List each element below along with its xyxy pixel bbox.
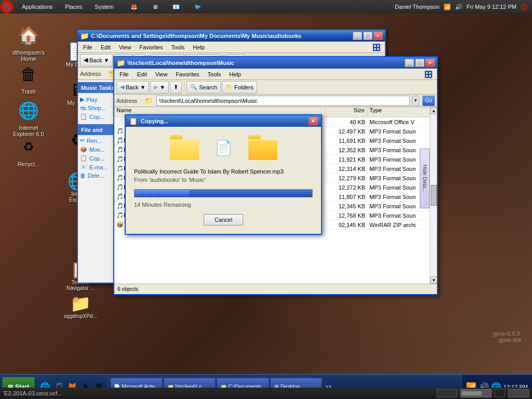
music-back-btn[interactable]: ◀ Back ▼ — [116, 81, 149, 94]
scroll-down[interactable]: ▼ — [430, 276, 437, 284]
topbar-icon-terminal[interactable]: 🖥 — [146, 4, 164, 10]
copy-dialog-title: Copying... — [141, 118, 168, 124]
progress-bar-fill — [135, 190, 312, 197]
music-titlebar[interactable]: 📁 \\tsclient\Local\home\dthompson\Music … — [114, 57, 437, 69]
hide-details-btn[interactable]: Hide Deta... — [420, 149, 430, 208]
music-menu-view[interactable]: View — [152, 70, 171, 78]
topbar-icon-network[interactable]: 🐦 — [188, 4, 208, 10]
topbar-icon-firefox[interactable]: 🦊 — [124, 4, 144, 10]
bottom-tray — [436, 389, 529, 397]
top-menubar-left: 🐾 Applications Places System 🦊 🖥 📧 🐦 — [0, 0, 208, 14]
tray-indicator2 — [460, 389, 491, 397]
progress-block-7 — [182, 190, 189, 196]
music-menu-tools[interactable]: Tools — [205, 70, 224, 78]
copy-from-to: From 'audiobooks' to 'Music' — [134, 177, 313, 183]
menu-system[interactable]: System — [88, 0, 120, 14]
progress-block-3 — [151, 190, 158, 196]
music-menu-favorites[interactable]: Favorites — [172, 70, 202, 78]
topbar-username: Daniel Thompson — [395, 4, 440, 10]
scroll-thumb[interactable] — [431, 185, 437, 206]
music-close-btn[interactable]: ✕ — [425, 59, 435, 67]
copy-dialog-titlebar[interactable]: 📋 Copying... ✕ — [126, 115, 321, 127]
cancel-button[interactable]: Cancel — [204, 214, 243, 225]
menu-places[interactable]: Places — [59, 0, 88, 14]
music-minimize-btn[interactable]: _ — [405, 59, 414, 67]
topbar-volume-icon: 🔊 — [455, 4, 462, 10]
desktop-icon-home[interactable]: 🏠 dthompson'sHome — [8, 21, 49, 64]
dest-folder-body — [248, 140, 277, 160]
copy-dialog-body: 📄 Politically Incorrect Guide To Islam B… — [126, 127, 321, 234]
topbar-signal-icon: 📶 — [444, 4, 451, 10]
top-menubar-right: Daniel Thompson 📶 🔊 Fri May 9 12:12 PM ⏻ — [395, 3, 532, 11]
home-icon: 🏠 — [16, 23, 41, 48]
trash-icon: 🗑 — [16, 62, 41, 87]
copy-icon: 📋 — [129, 117, 138, 125]
music-windows-logo: ⊞ — [424, 68, 435, 81]
music-col-size: Size — [326, 107, 367, 117]
doc-icon: 📄 — [116, 118, 124, 125]
music-col-type: Type — [367, 107, 430, 117]
app-logo: 🐾 — [0, 0, 14, 14]
music-back-icon: ◀ — [120, 84, 124, 90]
windows-logo: ⊞ — [372, 41, 383, 54]
progress-block-5 — [166, 190, 174, 196]
copy-time-remaining: 14 Minutes Remaining — [134, 202, 313, 208]
music-address-label: Address — [116, 98, 142, 104]
tray-indicator4 — [508, 389, 529, 397]
menu-help[interactable]: Help — [190, 43, 208, 51]
audiobooks-maximize-btn[interactable]: □ — [363, 32, 373, 40]
copy-animation: 📄 — [134, 135, 313, 160]
music-menu-edit[interactable]: Edit — [134, 70, 150, 78]
dest-folder — [248, 135, 277, 160]
tray-indicator3 — [495, 389, 505, 397]
menu-view[interactable]: View — [116, 43, 135, 51]
top-menubar: 🐾 Applications Places System 🦊 🖥 📧 🐦 Dan… — [0, 0, 532, 14]
menu-edit[interactable]: Edit — [98, 43, 114, 51]
music-up-btn[interactable]: ⬆ — [170, 81, 182, 94]
play-icon: ▶ — [80, 96, 84, 103]
audiobooks-minimize-btn[interactable]: _ — [353, 32, 362, 40]
menu-favorites[interactable]: Favorites — [136, 43, 166, 51]
address-label: Address — [80, 71, 106, 77]
trash-label: Trash — [21, 88, 36, 95]
music-menu-file[interactable]: File — [116, 70, 132, 78]
back-icon: ◀ — [84, 57, 88, 63]
menu-file[interactable]: File — [80, 43, 96, 51]
flying-document: 📄 — [215, 139, 233, 156]
music-search-btn[interactable]: 🔍 Search — [187, 81, 221, 94]
oggdrop-icon[interactable]: 📁 oggdropXPd... — [60, 294, 101, 319]
audiobooks-titlebar-icon: 📁 — [80, 32, 89, 40]
topbar-datetime: Fri May 9 12:12 PM — [467, 4, 516, 10]
menu-applications[interactable]: Applications — [16, 0, 59, 14]
music-forward-btn[interactable]: ▶ ▼ — [150, 81, 169, 94]
music-address-input[interactable]: \\tsclient\Local\home\dthompson\Music — [156, 96, 410, 106]
music-addr-icon: 📁 — [144, 97, 153, 105]
topbar-icon-email[interactable]: 📧 — [166, 4, 186, 10]
music-statusbar: 6 objects — [114, 284, 437, 294]
music-toolbar: ◀ Back ▼ ▶ ▼ ⬆ 🔍 Search 📁 Folders — [114, 80, 437, 95]
music-go-btn[interactable]: Go — [422, 96, 435, 106]
audiobooks-titlebar-title: C:\Documents and Settings\dthompson\My D… — [91, 33, 352, 39]
music-addr-dropdown[interactable]: ▼ — [412, 96, 419, 106]
music-maximize-btn[interactable]: □ — [415, 59, 424, 67]
music-address-bar: Address 📁 \\tsclient\Local\home\dthompso… — [114, 95, 437, 107]
folder-tab — [170, 135, 182, 139]
topbar-power-icon: ⏻ — [521, 3, 528, 11]
menu-tools[interactable]: Tools — [168, 43, 188, 51]
audiobooks-close-btn[interactable]: ✕ — [374, 32, 383, 40]
music-scrollbar[interactable]: ▲ ▼ — [430, 107, 437, 284]
music-folders-btn[interactable]: 📁 Folders — [222, 81, 257, 94]
progress-block-1 — [135, 190, 142, 196]
scroll-up[interactable]: ▲ — [430, 107, 437, 114]
shop-icon: 🛍 — [80, 105, 86, 111]
music-menu-help[interactable]: Help — [226, 70, 244, 78]
back-btn[interactable]: ◀ Back ▼ — [80, 54, 113, 66]
copy-dialog-close-btn[interactable]: ✕ — [309, 117, 318, 125]
back-dropdown-icon: ▼ — [103, 57, 109, 63]
copy-dialog: 📋 Copying... ✕ 📄 Pol — [125, 114, 322, 235]
copy-icon: 📋 — [80, 113, 87, 120]
audiobooks-titlebar[interactable]: 📁 C:\Documents and Settings\dthompson\My… — [78, 30, 385, 42]
progress-block-6 — [174, 190, 181, 196]
desktop-icon-recycle[interactable]: ♻ Recycl... — [8, 132, 49, 169]
desktop-icon-trash[interactable]: 🗑 Trash — [8, 60, 49, 97]
